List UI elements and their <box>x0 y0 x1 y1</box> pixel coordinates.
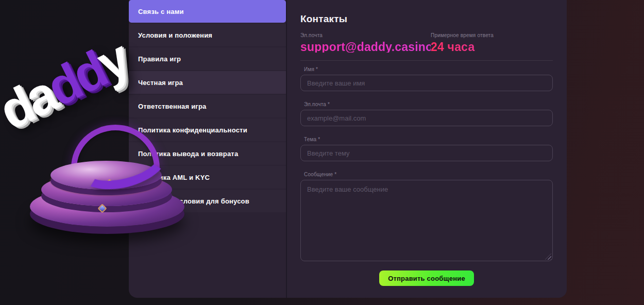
support-email-block: Эл.почта support@daddy.casino <box>300 33 431 53</box>
contact-info-row: Эл.почта support@daddy.casino Примерное … <box>300 33 553 53</box>
sidebar-item-privacy-policy[interactable]: Политика конфиденциальности <box>129 118 286 141</box>
logo-letter: d <box>38 53 89 117</box>
submit-button-row: Отправить сообщение <box>300 270 553 286</box>
podium-gem-icon <box>104 179 115 190</box>
subject-input[interactable] <box>300 145 553 161</box>
sidebar-item-game-rules[interactable]: Правила игр <box>129 47 286 70</box>
response-time-label: Примерное время ответа <box>431 33 553 38</box>
page-background: Связь с нами Условия и положения Правила… <box>0 0 644 305</box>
sidebar-item-contact-us[interactable]: Связь с нами <box>129 0 286 23</box>
send-message-button[interactable]: Отправить сообщение <box>379 270 474 286</box>
contact-form: Имя * Эл.почта * Тема * Сообщение * Отпр… <box>300 67 553 286</box>
logo-letter: a <box>15 65 63 128</box>
support-email-value[interactable]: support@daddy.casino <box>300 41 431 53</box>
page-title: Контакты <box>300 13 553 25</box>
content-panel: Связь с нами Условия и положения Правила… <box>129 0 567 298</box>
sidebar-item-terms-and-conditions[interactable]: Условия и положения <box>129 24 286 46</box>
response-time-value: 24 часа <box>431 41 553 53</box>
sidebar-item-responsible-gaming[interactable]: Ответственная игра <box>129 95 286 117</box>
name-input[interactable] <box>300 75 553 91</box>
name-field-label: Имя * <box>304 67 553 72</box>
sidebar-main-divider <box>286 0 287 298</box>
subject-field-label: Тема * <box>304 137 553 142</box>
sidebar-item-fair-play[interactable]: Честная игра <box>129 71 286 94</box>
message-textarea[interactable] <box>300 180 553 261</box>
email-field-label: Эл.почта * <box>304 102 553 107</box>
message-textarea-wrap <box>300 180 553 261</box>
logo-letter: d <box>0 76 41 140</box>
response-time-block: Примерное время ответа 24 часа <box>431 33 553 53</box>
podium-gem-icon <box>97 204 107 213</box>
message-field-label: Сообщение * <box>304 172 553 177</box>
logo-letter: d <box>63 41 113 105</box>
section-divider <box>300 60 553 61</box>
email-input[interactable] <box>300 110 553 126</box>
sidebar-item-aml-kyc-policy[interactable]: Политика AML и KYC <box>129 166 286 189</box>
sidebar-item-withdrawal-refund-policy[interactable]: Политика вывода и возврата <box>129 142 286 165</box>
sidebar-item-bonus-terms[interactable]: Правила и условия для бонусов <box>129 190 286 212</box>
contacts-section: Контакты Эл.почта support@daddy.casino П… <box>300 0 553 286</box>
email-label: Эл.почта <box>300 33 431 38</box>
daddy-logo-text: daddy <box>0 32 134 138</box>
sidebar-menu: Связь с нами Условия и положения Правила… <box>129 0 286 213</box>
